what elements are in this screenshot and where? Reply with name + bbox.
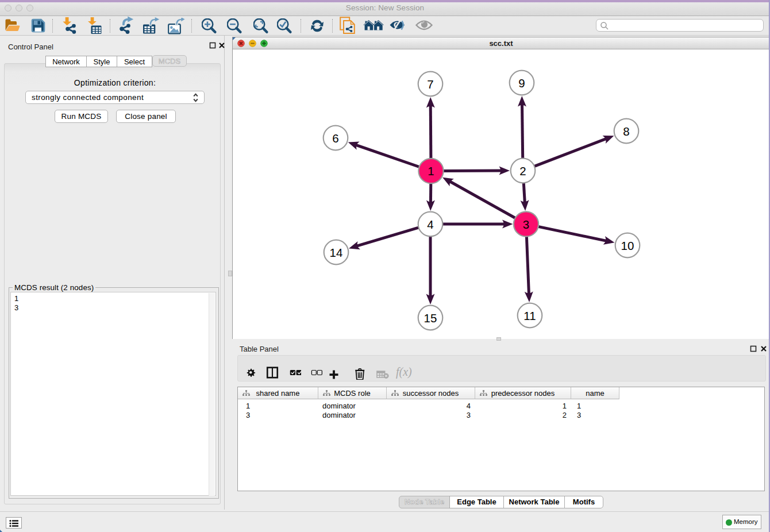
svg-text:7: 7 [427,78,433,91]
svg-text:15: 15 [424,311,437,325]
svg-text:14: 14 [330,246,343,259]
svg-text:2: 2 [519,164,526,178]
svg-text:10: 10 [621,239,634,252]
svg-text:3: 3 [523,218,529,231]
svg-text:4: 4 [427,218,433,231]
svg-text:8: 8 [623,125,629,138]
svg-text:9: 9 [518,76,525,90]
svg-text:1: 1 [428,164,434,178]
svg-text:11: 11 [523,309,536,322]
svg-text:6: 6 [332,132,338,145]
